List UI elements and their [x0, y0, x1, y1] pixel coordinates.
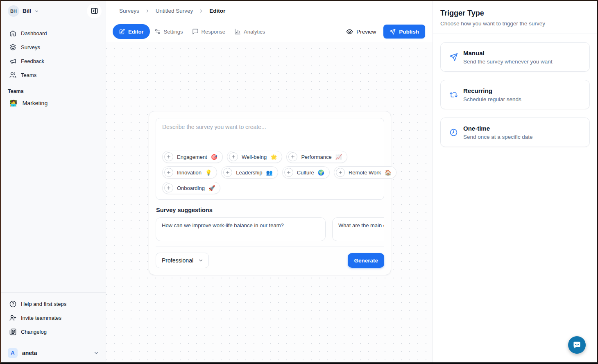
chevron-down-icon[interactable] [34, 9, 39, 14]
plus-icon [284, 168, 293, 177]
tab-settings[interactable]: Settings [150, 24, 188, 39]
main-column: Surveys Untitled Survey Editor Editor Se… [106, 1, 433, 362]
sidebar-item-label: Invite teammates [21, 315, 61, 321]
panel-title: Trigger Type [440, 9, 590, 18]
trigger-option-recurring[interactable]: Recurring Schedule regular sends [440, 80, 590, 109]
megaphone-icon [9, 58, 16, 65]
panel-subtitle: Choose how you want to trigger the surve… [440, 20, 590, 27]
trigger-option-description: Send once at a specific date [463, 134, 533, 140]
plus-icon [164, 168, 173, 177]
plus-icon [223, 168, 232, 177]
topic-chip-innovation[interactable]: Innovation 💡 [162, 166, 217, 179]
breadcrumb-untitled-survey[interactable]: Untitled Survey [156, 8, 193, 14]
suggestion-card[interactable]: What are the main ob [332, 217, 384, 241]
chart-icon [234, 28, 241, 35]
sidebar-item-feedback[interactable]: Feedback [6, 55, 101, 67]
breadcrumb-surveys[interactable]: Surveys [119, 8, 139, 14]
send-icon [390, 29, 396, 35]
chevron-down-icon [93, 350, 99, 356]
publish-label: Publish [399, 29, 419, 35]
trigger-option-title: Recurring [463, 87, 521, 94]
tab-label: Editor [128, 29, 144, 35]
chevron-down-icon [198, 258, 204, 263]
topic-chip-culture[interactable]: Culture 🌍 [282, 166, 330, 179]
survey-prompt-input[interactable] [162, 124, 378, 151]
help-circle-icon [9, 301, 16, 307]
tab-analytics[interactable]: Analytics [230, 24, 270, 39]
generator-footer: Professional Generate [156, 246, 384, 268]
topic-chip-well-being[interactable]: Well-being 🌟 [227, 151, 282, 163]
trigger-option-description: Send the survey whenever you want [463, 59, 553, 65]
repeat-icon [449, 90, 458, 99]
chart-emoji-icon: 📈 [335, 154, 342, 160]
editor-canvas[interactable]: Engagement 🎯 Well-being 🌟 Performance [106, 42, 433, 362]
tab-label: Settings [164, 29, 183, 35]
plus-icon [288, 152, 297, 161]
sidebar-item-changelog[interactable]: Changelog [6, 326, 101, 338]
team-name: Marketing [23, 100, 48, 106]
chevron-right-icon [145, 9, 150, 14]
sidebar-collapse-button[interactable] [87, 4, 102, 18]
trigger-option-one-time[interactable]: One-time Send once at a specific date [440, 118, 590, 147]
trigger-option-text: Manual Send the survey whenever you want [463, 50, 553, 65]
topic-chip-performance[interactable]: Performance 📈 [286, 151, 347, 163]
topic-chip-onboarding[interactable]: Onboarding 🚀 [162, 182, 220, 194]
bulb-emoji-icon: 💡 [205, 170, 212, 176]
trigger-option-title: One-time [463, 125, 533, 132]
tab-editor[interactable]: Editor [113, 24, 150, 39]
topic-chip-engagement[interactable]: Engagement 🎯 [162, 151, 223, 163]
toolbar-actions: Preview Publish [346, 25, 425, 38]
plus-icon [164, 183, 173, 192]
plus-icon [229, 152, 238, 161]
preview-button[interactable]: Preview [346, 28, 376, 35]
trigger-type-panel: Trigger Type Choose how you want to trig… [433, 1, 597, 362]
sidebar-item-label: Surveys [21, 44, 40, 50]
eye-icon [346, 28, 353, 35]
topic-chip-leadership[interactable]: Leadership 👥 [221, 166, 278, 179]
sidebar-item-surveys[interactable]: Surveys [6, 41, 101, 53]
suggestion-card[interactable]: How can we improve work-life balance in … [156, 217, 326, 241]
edit-icon [119, 29, 125, 35]
breadcrumb: Surveys Untitled Survey Editor [106, 1, 433, 21]
send-icon [449, 53, 458, 61]
sidebar-item-label: Feedback [21, 58, 44, 64]
trigger-option-text: Recurring Schedule regular sends [463, 87, 521, 102]
sidebar-item-marketing[interactable]: 🧑‍💻 Marketing [6, 97, 101, 110]
sidebar-item-invite[interactable]: Invite teammates [6, 312, 101, 324]
prompt-box: Engagement 🎯 Well-being 🌟 Performance [156, 118, 384, 200]
rocket-emoji-icon: 🚀 [208, 185, 215, 191]
chevron-right-icon [199, 9, 204, 14]
sidebar-item-label: Help and first steps [21, 301, 66, 307]
user-plus-icon [9, 314, 16, 321]
clock-icon [449, 128, 458, 137]
tone-select[interactable]: Professional [156, 253, 209, 268]
house-emoji-icon: 🏠 [385, 170, 391, 176]
topic-chip-remote-work[interactable]: Remote Work 🏠 [334, 166, 396, 179]
technologist-emoji-icon: 🧑‍💻 [9, 99, 17, 107]
sidebar-item-dashboard[interactable]: Dashboard [6, 27, 101, 39]
home-icon [9, 30, 16, 37]
users-icon [9, 72, 16, 79]
trigger-option-manual[interactable]: Manual Send the survey whenever you want [440, 42, 590, 72]
sidebar-item-teams[interactable]: Teams [6, 69, 101, 81]
publish-button[interactable]: Publish [383, 25, 425, 38]
tab-response[interactable]: Response [188, 24, 230, 39]
workspace-switcher[interactable]: A aneta [1, 343, 106, 362]
breadcrumb-editor: Editor [209, 8, 225, 14]
plus-icon [164, 152, 173, 161]
workspace-name: aneta [22, 350, 37, 356]
layers-icon [9, 44, 16, 51]
chat-launcher-button[interactable] [568, 336, 586, 354]
globe-emoji-icon: 🌍 [318, 170, 324, 176]
sidebar: BH Bill Dashboard Surv [1, 1, 106, 362]
newspaper-icon [9, 328, 16, 335]
suggestions-heading: Survey suggestions [156, 207, 384, 213]
panel-right-icon [91, 7, 98, 15]
generate-button[interactable]: Generate [348, 253, 384, 268]
trigger-options: Manual Send the survey whenever you want… [433, 34, 597, 155]
tab-label: Analytics [244, 29, 265, 35]
sidebar-item-label: Dashboard [21, 30, 47, 36]
preview-label: Preview [356, 29, 376, 35]
avatar: BH [8, 5, 19, 17]
sidebar-item-help[interactable]: Help and first steps [6, 298, 101, 310]
